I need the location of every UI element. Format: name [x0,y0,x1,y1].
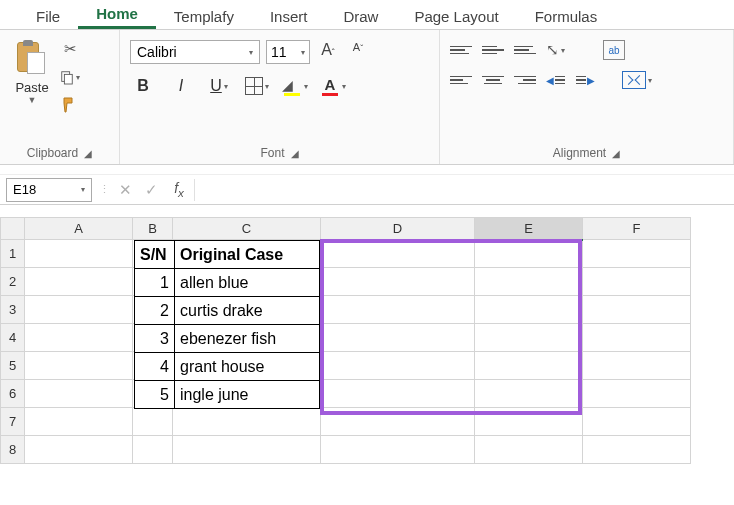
decrease-indent-button[interactable]: ◀ [546,71,566,89]
table-cell-sn-1[interactable]: 2 [135,297,175,325]
underline-button[interactable]: U▾ [206,74,232,98]
border-button[interactable]: ▾ [244,74,270,98]
name-box[interactable]: E18 ▾ [6,178,92,202]
table-cell-oc-4[interactable]: ingle june [175,381,320,409]
alignment-launcher[interactable]: ◢ [612,148,620,159]
cell-F3[interactable] [583,296,691,324]
cell-C7[interactable] [173,408,321,436]
column-header-A[interactable]: A [25,218,133,240]
wrap-text-button[interactable]: ab [603,40,625,60]
cell-F2[interactable] [583,268,691,296]
font-name-select[interactable]: Calibri ▾ [130,40,260,64]
table-cell-sn-0[interactable]: 1 [135,269,175,297]
cell-A7[interactable] [25,408,133,436]
decrease-font-button[interactable]: Aˇ [346,41,370,63]
row-header-6[interactable]: 6 [1,380,25,408]
cell-F5[interactable] [583,352,691,380]
row-header-7[interactable]: 7 [1,408,25,436]
tab-home[interactable]: Home [78,0,156,29]
row-header-4[interactable]: 4 [1,324,25,352]
align-left-button[interactable] [450,70,472,90]
align-right-button[interactable] [514,70,536,90]
font-launcher[interactable]: ◢ [291,148,299,159]
paste-button[interactable]: Paste ▼ [10,36,54,144]
cell-E7[interactable] [475,408,583,436]
tab-file[interactable]: File [18,3,78,29]
column-header-D[interactable]: D [321,218,475,240]
cell-D5[interactable] [321,352,475,380]
row-header-2[interactable]: 2 [1,268,25,296]
cell-A4[interactable] [25,324,133,352]
cell-E5[interactable] [475,352,583,380]
fill-color-button[interactable]: ◢▾ [282,74,308,98]
merge-center-button[interactable]: ▾ [622,71,652,89]
align-center-button[interactable] [482,70,504,90]
format-painter-button[interactable] [60,96,80,114]
cell-A5[interactable] [25,352,133,380]
cell-F8[interactable] [583,436,691,464]
tab-templafy[interactable]: Templafy [156,3,252,29]
cell-F4[interactable] [583,324,691,352]
table-cell-sn-3[interactable]: 4 [135,353,175,381]
font-size-select[interactable]: 11 ▾ [266,40,310,64]
orientation-button[interactable]: ⤡▾ [546,41,565,59]
increase-font-button[interactable]: Aˆ [316,41,340,63]
cell-A3[interactable] [25,296,133,324]
cell-A8[interactable] [25,436,133,464]
table-cell-oc-0[interactable]: allen blue [175,269,320,297]
tab-formulas[interactable]: Formulas [517,3,616,29]
table-cell-oc-1[interactable]: curtis drake [175,297,320,325]
cell-D2[interactable] [321,268,475,296]
cut-button[interactable]: ✂ [60,40,80,58]
table-cell-oc-2[interactable]: ebenezer fish [175,325,320,353]
table-cell-oc-3[interactable]: grant house [175,353,320,381]
column-header-F[interactable]: F [583,218,691,240]
cell-D8[interactable] [321,436,475,464]
copy-button[interactable]: ▾ [60,68,80,86]
tab-insert[interactable]: Insert [252,3,326,29]
cell-F6[interactable] [583,380,691,408]
table-cell-sn-2[interactable]: 3 [135,325,175,353]
font-color-button[interactable]: A▾ [320,74,346,98]
cell-D4[interactable] [321,324,475,352]
table-cell-sn-4[interactable]: 5 [135,381,175,409]
row-header-8[interactable]: 8 [1,436,25,464]
cell-A6[interactable] [25,380,133,408]
clipboard-launcher[interactable]: ◢ [84,148,92,159]
cell-D3[interactable] [321,296,475,324]
cell-E1[interactable] [475,240,583,268]
select-all-corner[interactable] [1,218,25,240]
column-header-E[interactable]: E [475,218,583,240]
align-bottom-button[interactable] [514,40,536,60]
row-header-1[interactable]: 1 [1,240,25,268]
cell-E8[interactable] [475,436,583,464]
row-header-3[interactable]: 3 [1,296,25,324]
tab-page-layout[interactable]: Page Layout [396,3,516,29]
formula-input[interactable] [194,179,734,201]
align-middle-button[interactable] [482,40,504,60]
cell-D7[interactable] [321,408,475,436]
fx-button[interactable]: fx [164,180,194,199]
cell-D1[interactable] [321,240,475,268]
bold-button[interactable]: B [130,74,156,98]
increase-indent-button[interactable]: ▶ [576,71,596,89]
row-header-5[interactable]: 5 [1,352,25,380]
cell-D6[interactable] [321,380,475,408]
cell-E4[interactable] [475,324,583,352]
cell-C8[interactable] [173,436,321,464]
cancel-formula-button[interactable]: ✕ [112,181,138,199]
cell-E2[interactable] [475,268,583,296]
enter-formula-button[interactable]: ✓ [138,181,164,199]
tab-draw[interactable]: Draw [325,3,396,29]
cell-F1[interactable] [583,240,691,268]
cell-A2[interactable] [25,268,133,296]
column-header-C[interactable]: C [173,218,321,240]
column-header-B[interactable]: B [133,218,173,240]
cell-B7[interactable] [133,408,173,436]
cell-B8[interactable] [133,436,173,464]
italic-button[interactable]: I [168,74,194,98]
cell-E6[interactable] [475,380,583,408]
cell-A1[interactable] [25,240,133,268]
cell-F7[interactable] [583,408,691,436]
cell-E3[interactable] [475,296,583,324]
